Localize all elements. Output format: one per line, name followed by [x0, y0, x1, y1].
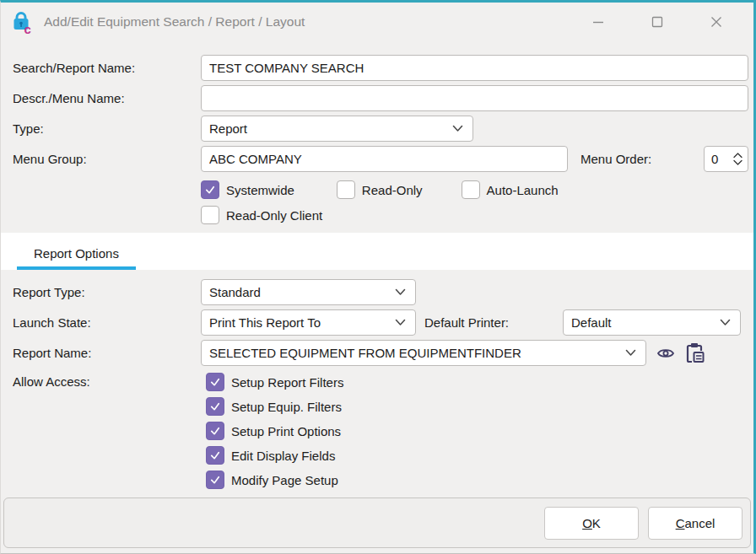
header-form: Search/Report Name: Descr./Menu Name: Ty…	[1, 40, 753, 233]
systemwide-checkbox-label: Systemwide	[226, 183, 294, 197]
report-type-select[interactable]: Standard	[201, 279, 416, 305]
window-controls	[580, 7, 753, 37]
dialog-window: c Add/Edit Equipment Search / Report / L…	[0, 0, 756, 554]
maximize-icon	[651, 16, 663, 28]
close-icon	[710, 16, 722, 28]
default-printer-select-value: Default	[571, 315, 713, 330]
svg-text:c: c	[24, 22, 31, 35]
search-report-name-input[interactable]	[201, 55, 748, 81]
launch-state-row: Launch State: Print This Report To Defau…	[13, 309, 741, 336]
modify-page-setup-checkbox[interactable]	[206, 471, 224, 489]
setup-equip-filters-checkbox[interactable]	[206, 397, 224, 416]
setup-equip-filters-label: Setup Equip. Filters	[231, 400, 342, 414]
allow-access-list: Setup Report Filters Setup Equip. Filter…	[201, 372, 343, 490]
report-type-label: Report Type:	[13, 285, 201, 299]
menu-group-row: Menu Group: Menu Order: 0	[13, 146, 748, 172]
allow-access-section: Allow Access: Setup Report Filters Setup…	[13, 372, 741, 490]
check-icon	[209, 401, 221, 412]
chevron-down-icon	[625, 349, 636, 357]
setup-print-options-checkbox[interactable]	[206, 422, 224, 440]
launch-state-select-value: Print This Report To	[209, 315, 388, 330]
descr-menu-name-input[interactable]	[201, 85, 748, 111]
minimize-button[interactable]	[580, 7, 617, 37]
close-button[interactable]	[698, 7, 735, 37]
menu-order-stepper[interactable]: 0	[704, 146, 748, 172]
menu-group-input[interactable]	[201, 146, 568, 172]
auto-launch-checkbox-label: Auto-Launch	[487, 183, 559, 197]
ok-button[interactable]: OK	[544, 507, 639, 540]
allow-access-item[interactable]: Edit Display Fields	[206, 445, 343, 465]
report-name-row: Report Name: SELECTED EQUIPMENT FROM EQU…	[13, 340, 741, 366]
default-printer-label: Default Printer:	[424, 315, 509, 330]
check-icon	[204, 184, 216, 196]
chevron-down-icon	[452, 125, 463, 132]
maximize-button[interactable]	[639, 7, 676, 37]
type-label: Type:	[13, 121, 201, 136]
check-icon	[209, 425, 221, 437]
read-only-client-checkbox[interactable]	[201, 206, 219, 224]
modify-page-setup-label: Modify Page Setup	[231, 473, 338, 487]
menu-order-label: Menu Order:	[580, 152, 651, 166]
allow-access-item[interactable]: Modify Page Setup	[206, 470, 343, 490]
preview-report-button[interactable]	[655, 342, 677, 364]
flags-row-1: Systemwide Read-Only Auto-Launch	[201, 180, 753, 200]
allow-access-item[interactable]: Setup Report Filters	[206, 372, 343, 392]
setup-print-options-label: Setup Print Options	[231, 424, 341, 438]
report-name-select[interactable]: SELECTED EQUIPMENT FROM EQUIPMENTFINDER	[201, 340, 646, 366]
default-printer-select[interactable]: Default	[563, 309, 741, 336]
menu-group-label: Menu Group:	[13, 152, 201, 166]
launch-state-label: Launch State:	[13, 315, 201, 330]
menu-order-value: 0	[711, 152, 733, 166]
search-report-name-row: Search/Report Name:	[13, 55, 748, 81]
auto-launch-checkbox[interactable]	[462, 180, 480, 199]
check-icon	[209, 474, 221, 486]
minimize-icon	[592, 16, 604, 28]
read-only-checkbox-group[interactable]: Read-Only	[337, 180, 423, 199]
report-type-select-value: Standard	[209, 285, 388, 299]
chevron-down-icon	[395, 288, 406, 296]
systemwide-checkbox[interactable]	[201, 180, 219, 199]
tab-strip: Report Options	[1, 233, 753, 270]
descr-menu-name-label: Descr./Menu Name:	[13, 91, 201, 105]
type-select-value: Report	[209, 121, 446, 136]
allow-access-label: Allow Access:	[13, 372, 201, 490]
read-only-client-checkbox-group[interactable]: Read-Only Client	[201, 206, 322, 224]
auto-launch-checkbox-group[interactable]: Auto-Launch	[462, 180, 559, 199]
read-only-client-checkbox-label: Read-Only Client	[226, 208, 322, 223]
descr-menu-name-row: Descr./Menu Name:	[13, 85, 748, 111]
report-name-label: Report Name:	[13, 346, 201, 360]
launch-state-select[interactable]: Print This Report To	[201, 309, 416, 336]
check-icon	[209, 449, 221, 461]
eye-icon	[656, 347, 675, 360]
read-only-checkbox-label: Read-Only	[362, 183, 423, 197]
allow-access-item[interactable]: Setup Equip. Filters	[206, 396, 343, 417]
flags-row-2: Read-Only Client	[201, 205, 753, 225]
chevron-down-icon	[395, 319, 406, 326]
type-row: Type: Report	[13, 116, 748, 142]
window-title: Add/Edit Equipment Search / Report / Lay…	[44, 14, 580, 30]
app-lock-icon: c	[10, 9, 35, 35]
clipboard-paste-icon	[685, 342, 705, 364]
stepper-arrows-icon[interactable]	[733, 153, 742, 165]
edit-display-fields-checkbox[interactable]	[206, 446, 224, 465]
edit-display-fields-label: Edit Display Fields	[231, 449, 335, 463]
check-icon	[209, 376, 221, 388]
report-type-row: Report Type: Standard	[13, 279, 741, 305]
footer-bar: OK Cancel	[3, 498, 751, 548]
search-report-name-label: Search/Report Name:	[13, 61, 201, 75]
chevron-down-icon	[720, 319, 731, 326]
type-select[interactable]: Report	[201, 116, 473, 142]
cancel-button[interactable]: Cancel	[648, 507, 742, 540]
systemwide-checkbox-group[interactable]: Systemwide	[201, 180, 294, 199]
allow-access-item[interactable]: Setup Print Options	[206, 421, 343, 441]
setup-report-filters-label: Setup Report Filters	[231, 375, 343, 390]
tab-report-options[interactable]: Report Options	[17, 239, 136, 270]
report-name-select-value: SELECTED EQUIPMENT FROM EQUIPMENTFINDER	[209, 346, 618, 360]
report-options-panel: Report Type: Standard Launch State: Prin…	[1, 270, 753, 498]
setup-report-filters-checkbox[interactable]	[206, 373, 224, 391]
titlebar: c Add/Edit Equipment Search / Report / L…	[1, 3, 753, 40]
copy-report-button[interactable]	[684, 342, 706, 364]
read-only-checkbox[interactable]	[337, 180, 355, 199]
